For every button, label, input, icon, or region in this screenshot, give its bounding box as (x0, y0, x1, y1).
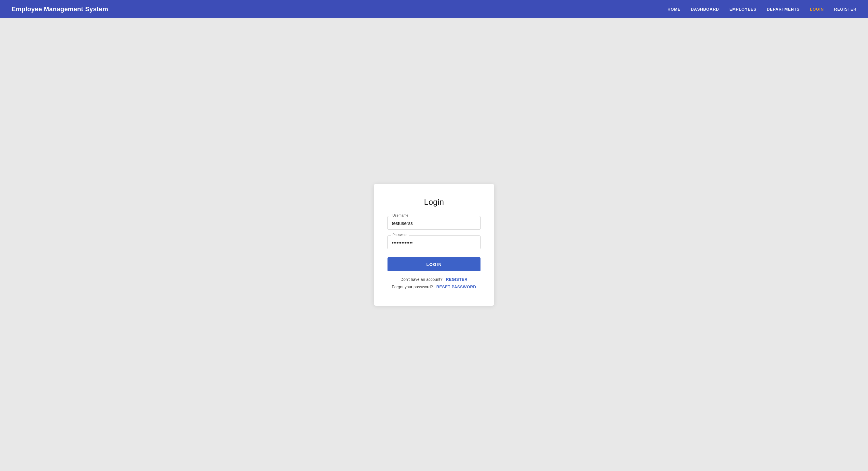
username-input[interactable] (388, 216, 480, 230)
password-field-wrapper: Password (388, 236, 480, 249)
nav-link-departments[interactable]: DEPARTMENTS (767, 7, 799, 11)
navbar: Employee Management System HOME DASHBOAR… (0, 0, 868, 19)
username-label: Username (391, 213, 409, 217)
password-input[interactable] (388, 236, 480, 249)
nav-item-departments[interactable]: DEPARTMENTS (767, 7, 799, 12)
nav-link-home[interactable]: HOME (668, 7, 681, 11)
page-content: Login Username Password LOGIN Don't have… (0, 19, 868, 471)
nav-brand: Employee Management System (11, 5, 108, 13)
nav-link-dashboard[interactable]: DASHBOARD (691, 7, 719, 11)
no-account-text: Don't have an account? REGISTER (388, 277, 480, 282)
nav-item-register[interactable]: REGISTER (834, 7, 857, 12)
username-field-wrapper: Username (388, 216, 480, 230)
nav-link-login[interactable]: LOGIN (810, 7, 824, 11)
forgot-password-text: Forgot your password? RESET PASSWORD (388, 284, 480, 289)
nav-item-login[interactable]: LOGIN (810, 7, 824, 12)
reset-password-link[interactable]: RESET PASSWORD (436, 284, 476, 289)
login-button[interactable]: LOGIN (388, 257, 480, 271)
nav-item-home[interactable]: HOME (668, 7, 681, 12)
login-card: Login Username Password LOGIN Don't have… (374, 184, 494, 306)
register-link[interactable]: REGISTER (446, 277, 468, 282)
nav-link-employees[interactable]: EMPLOYEES (730, 7, 756, 11)
login-title: Login (388, 198, 480, 207)
nav-links: HOME DASHBOARD EMPLOYEES DEPARTMENTS LOG… (668, 7, 857, 12)
nav-item-dashboard[interactable]: DASHBOARD (691, 7, 719, 12)
password-label: Password (391, 233, 409, 237)
nav-link-register[interactable]: REGISTER (834, 7, 857, 11)
form-footer: Don't have an account? REGISTER Forgot y… (388, 277, 480, 289)
nav-item-employees[interactable]: EMPLOYEES (730, 7, 756, 12)
